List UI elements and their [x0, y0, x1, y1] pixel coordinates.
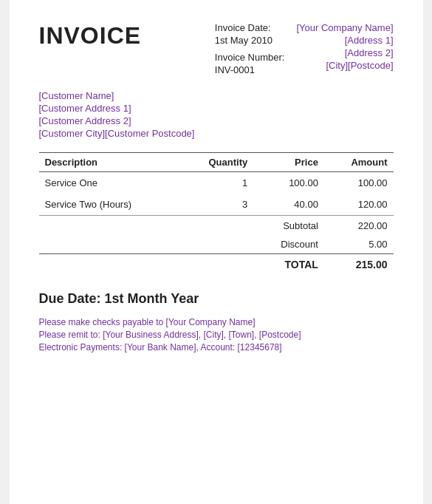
item1-price: 100.00: [253, 172, 324, 194]
invoice-title: INVOICE: [39, 22, 142, 50]
item1-amount: 100.00: [324, 172, 394, 194]
customer-section: [Customer Name] [Customer Address 1] [Cu…: [39, 90, 394, 139]
customer-city: [Customer City][Customer Postcode]: [39, 128, 394, 139]
col-amount: Amount: [324, 153, 394, 172]
payment-notes: Please make checks payable to [Your Comp…: [39, 317, 394, 353]
company-name: [Your Company Name]: [296, 22, 393, 33]
item2-quantity: 3: [180, 194, 253, 216]
item2-description: Service Two (Hours): [39, 194, 181, 216]
table-row: Service Two (Hours) 3 40.00 120.00: [39, 194, 394, 216]
number-value: INV-0001: [215, 64, 285, 75]
subtotal-row: Subtotal 220.00: [39, 217, 394, 235]
date-labels: Invoice Date: 1st May 2010 Invoice Numbe…: [215, 22, 285, 77]
payment-note-1: Please make checks payable to [Your Comp…: [39, 317, 394, 327]
subtotal-value: 220.00: [324, 217, 394, 235]
item2-price: 40.00: [253, 194, 324, 216]
company-address1: [Address 1]: [296, 35, 393, 46]
total-label: TOTAL: [253, 253, 324, 275]
discount-row: Discount 5.00: [39, 235, 394, 254]
discount-label: Discount: [253, 235, 324, 254]
discount-value: 5.00: [324, 235, 394, 254]
table-row: Service One 1 100.00 100.00: [39, 172, 394, 194]
total-row: TOTAL 215.00: [39, 253, 394, 275]
date-value: 1st May 2010: [215, 35, 285, 46]
company-values: [Your Company Name] [Address 1] [Address…: [296, 22, 393, 77]
col-quantity: Quantity: [180, 153, 253, 172]
item1-quantity: 1: [180, 172, 253, 194]
company-info: Invoice Date: 1st May 2010 Invoice Numbe…: [215, 22, 394, 77]
due-date-section: Due Date: 1st Month Year: [39, 291, 394, 307]
company-city: [City][Postcode]: [296, 60, 393, 71]
invoice-table: Description Quantity Price Amount Servic…: [39, 152, 394, 275]
invoice-page: INVOICE Invoice Date: 1st May 2010 Invoi…: [10, 0, 423, 504]
invoice-table-section: Description Quantity Price Amount Servic…: [39, 152, 394, 275]
payment-note-2: Please remit to: [Your Business Address]…: [39, 330, 394, 340]
col-price: Price: [253, 153, 324, 172]
company-address2: [Address 2]: [296, 47, 393, 58]
item1-description: Service One: [39, 172, 181, 194]
subtotal-label: Subtotal: [253, 217, 324, 235]
payment-note-3: Electronic Payments: [Your Bank Name], A…: [39, 342, 394, 353]
item2-amount: 120.00: [324, 194, 394, 216]
col-description: Description: [39, 153, 181, 172]
number-label: Invoice Number:: [215, 52, 285, 63]
due-date-title: Due Date: 1st Month Year: [39, 291, 394, 307]
total-value: 215.00: [324, 253, 394, 275]
table-header: Description Quantity Price Amount: [39, 153, 394, 172]
header-section: INVOICE Invoice Date: 1st May 2010 Invoi…: [39, 22, 394, 77]
date-label: Invoice Date:: [215, 22, 285, 33]
customer-address1: [Customer Address 1]: [39, 103, 394, 114]
customer-address2: [Customer Address 2]: [39, 115, 394, 126]
customer-name: [Customer Name]: [39, 90, 394, 101]
